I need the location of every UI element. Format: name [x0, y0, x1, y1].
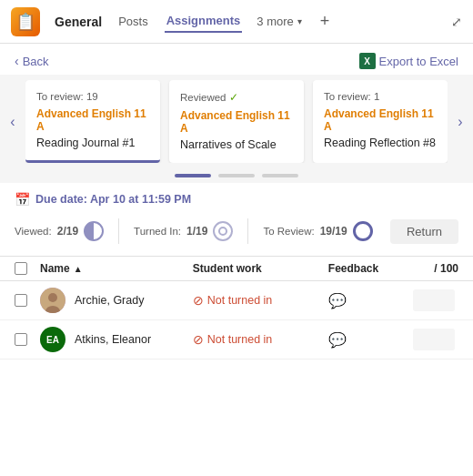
table-header: Name ▲ Student work Feedback / 100 [0, 256, 473, 281]
row-check-1 [15, 333, 40, 346]
return-button[interactable]: Return [390, 219, 458, 244]
header-name-col: Name ▲ [40, 262, 193, 275]
export-label: Export to Excel [379, 55, 458, 68]
cards-carousel: ‹ To review: 19 Advanced English 11 A Re… [0, 75, 473, 168]
turned-in-value: 1/19 [186, 225, 207, 238]
to-review-label: To Review: [263, 226, 314, 237]
feedback-icon-1[interactable]: 💬 [328, 332, 347, 348]
back-export-row: ‹ Back X Export to Excel [0, 44, 473, 75]
row-check-0 [15, 294, 40, 307]
not-turned-in-label-1: Not turned in [207, 333, 273, 346]
tab-posts[interactable]: Posts [116, 11, 150, 32]
row-score-1 [413, 329, 458, 350]
card-course-0: Advanced English 11 A [36, 107, 149, 133]
excel-icon: X [359, 53, 376, 69]
stat-to-review: To Review: 19/19 [263, 216, 387, 247]
not-turned-in-status-1: ⊘ Not turned in [193, 332, 328, 347]
tab-assignments[interactable]: Assignments [165, 10, 243, 33]
score-input-0[interactable] [413, 289, 455, 311]
blocked-icon-1: ⊘ [193, 332, 204, 347]
to-review-icon [353, 221, 373, 241]
row-work-1: ⊘ Not turned in [193, 332, 328, 347]
add-tab-button[interactable]: + [320, 12, 330, 31]
header-feedback-col: Feedback [328, 262, 413, 275]
assignment-card-1[interactable]: Reviewed ✓ Advanced English 11 A Narrati… [169, 80, 304, 163]
student-name-0: Archie, Grady [75, 294, 144, 307]
header-check-col [15, 262, 40, 275]
avatar-0 [40, 288, 65, 313]
feedback-icon-0[interactable]: 💬 [328, 293, 347, 309]
name-header-label: Name [40, 262, 70, 275]
assignment-card-0[interactable]: To review: 19 Advanced English 11 A Read… [25, 80, 160, 163]
sort-arrow-icon[interactable]: ▲ [74, 264, 83, 274]
prev-arrow[interactable]: ‹ [0, 114, 25, 130]
card-title-0: Reading Journal #1 [36, 137, 149, 149]
stat-divider-1 [118, 218, 119, 244]
row-name-0: Archie, Grady [40, 288, 193, 313]
back-button[interactable]: ‹ Back [15, 54, 49, 68]
dot-0[interactable] [175, 174, 211, 177]
table-row: Archie, Grady ⊘ Not turned in 💬 [0, 281, 473, 320]
tab-more[interactable]: 3 more ▾ [257, 15, 301, 28]
turned-in-label: Turned In: [134, 226, 181, 237]
header-score-col: / 100 [413, 262, 458, 275]
tab-more-label: 3 more [257, 15, 293, 28]
expand-icon[interactable]: ⤢ [451, 15, 462, 29]
viewed-value: 2/19 [57, 225, 78, 238]
stats-row: Viewed: 2/19 Turned In: 1/19 To Review: … [0, 212, 473, 256]
not-turned-in-status-0: ⊘ Not turned in [193, 293, 328, 308]
viewed-progress-icon [84, 221, 104, 241]
stat-divider-2 [247, 218, 248, 244]
row-checkbox-0[interactable] [15, 294, 27, 307]
avatar-1: EA [40, 327, 65, 352]
not-turned-in-label-0: Not turned in [207, 294, 273, 307]
assignment-card-2[interactable]: To review: 1 Advanced English 11 A Readi… [313, 80, 448, 163]
export-button[interactable]: X Export to Excel [359, 53, 458, 69]
card-course-1: Advanced English 11 A [180, 109, 293, 135]
row-score-0 [413, 289, 458, 311]
card-status-2: To review: 1 [324, 91, 437, 102]
stat-turned-in: Turned In: 1/19 [134, 216, 247, 247]
chevron-down-icon: ▾ [297, 16, 302, 26]
header-work-col: Student work [193, 262, 328, 275]
app-name: General [55, 15, 102, 29]
stat-viewed: Viewed: 2/19 [15, 216, 118, 247]
top-nav: 📋 General Posts Assignments 3 more ▾ + ⤢ [0, 0, 473, 44]
next-arrow[interactable]: › [448, 114, 473, 130]
cards-list: To review: 19 Advanced English 11 A Read… [25, 80, 448, 163]
svg-point-1 [48, 293, 57, 302]
select-all-checkbox[interactable] [15, 262, 27, 275]
blocked-icon-0: ⊘ [193, 293, 204, 308]
row-checkbox-1[interactable] [15, 333, 27, 346]
back-arrow-icon: ‹ [15, 54, 19, 68]
row-feedback-0: 💬 [328, 292, 413, 309]
viewed-label: Viewed: [15, 226, 52, 237]
table-row: EA Atkins, Eleanor ⊘ Not turned in 💬 [0, 320, 473, 360]
app-icon: 📋 [11, 7, 40, 36]
turned-in-icon [213, 221, 233, 241]
row-work-0: ⊘ Not turned in [193, 293, 328, 308]
to-review-value: 19/19 [320, 225, 347, 238]
due-date-text: Due date: Apr 10 at 11:59 PM [35, 193, 191, 206]
row-feedback-1: 💬 [328, 331, 413, 349]
dot-1[interactable] [218, 174, 255, 177]
card-title-1: Narratives of Scale [180, 138, 293, 151]
student-name-1: Atkins, Eleanor [75, 333, 151, 346]
calendar-icon: 📅 [15, 192, 30, 207]
score-input-1[interactable] [413, 329, 455, 350]
card-course-2: Advanced English 11 A [324, 107, 437, 133]
due-date-row: 📅 Due date: Apr 10 at 11:59 PM [0, 183, 473, 212]
card-status-0: To review: 19 [36, 91, 149, 102]
back-label: Back [23, 55, 49, 68]
reviewed-check-icon: ✓ [229, 92, 238, 103]
card-status-1: Reviewed ✓ [180, 91, 293, 104]
card-title-2: Reading Reflection #8 [324, 137, 437, 149]
dot-2[interactable] [262, 174, 298, 177]
carousel-dots [0, 168, 473, 183]
row-name-1: EA Atkins, Eleanor [40, 327, 193, 352]
